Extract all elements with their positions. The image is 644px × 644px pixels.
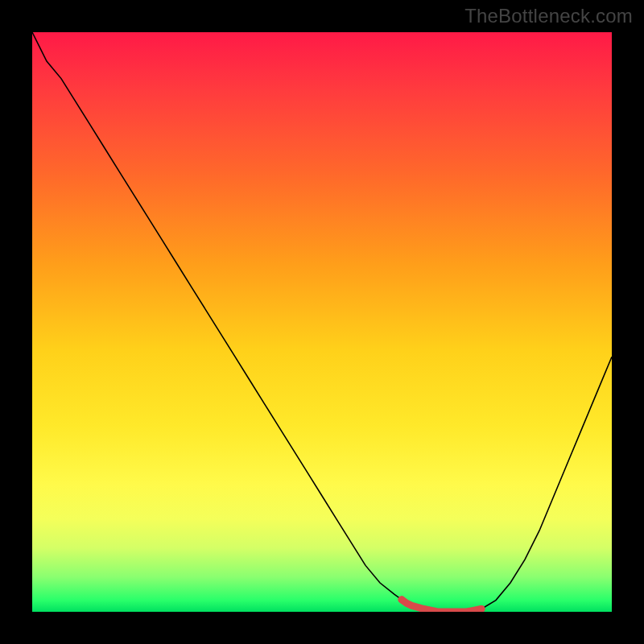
bottleneck-curve — [32, 32, 612, 612]
optimal-range-start-cap — [398, 596, 406, 603]
optimal-range-highlight — [402, 600, 481, 612]
plot-area — [32, 32, 612, 612]
curve-layer — [32, 32, 612, 612]
watermark-label: TheBottleneck.com — [464, 5, 633, 27]
chart-frame: TheBottleneck.com — [0, 0, 644, 644]
